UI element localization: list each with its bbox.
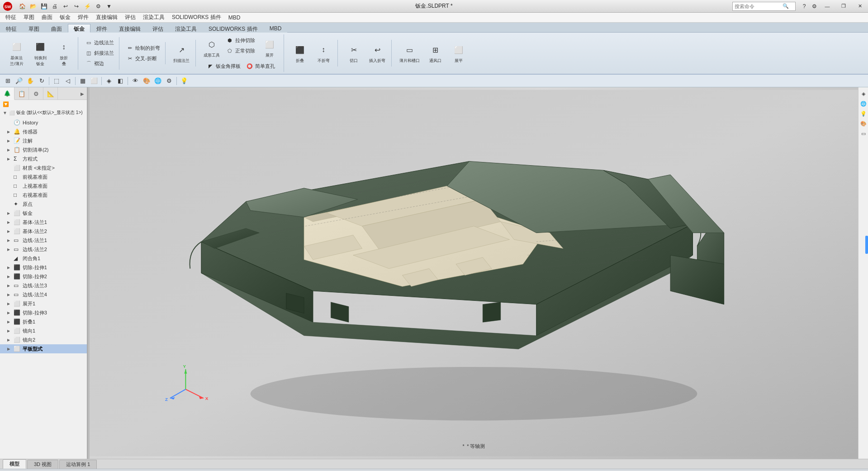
tree-item-mirror2[interactable]: ▶ ⬜ 镜向2 <box>0 335 87 344</box>
btn-stretch-cut[interactable]: ⬢ 拉伸切除 <box>224 35 257 45</box>
tab-3dview[interactable]: 3D 视图 <box>27 460 58 469</box>
menu-features[interactable]: 特征 <box>2 13 20 23</box>
undo-button[interactable]: ↩ <box>61 1 71 11</box>
menu-mbd[interactable]: MBD <box>225 13 244 23</box>
search-input[interactable] <box>733 4 783 9</box>
btn-flatten[interactable]: ⬜ 展平 <box>447 41 470 66</box>
open-button[interactable]: 📂 <box>28 1 38 11</box>
btn-edge-flange[interactable]: ▭ 边线法兰 <box>83 38 116 48</box>
tab-sheetmetal[interactable]: 钣金 <box>68 24 90 33</box>
tree-item-unfold1[interactable]: ▶ ⬜ 展开1 <box>0 299 87 308</box>
tree-item-cut-extrude3[interactable]: ▶ ⬛ 切除-拉伸3 <box>0 308 87 317</box>
tree-item-top-plane[interactable]: □ 上视基准面 <box>0 181 87 190</box>
tree-item-sensors[interactable]: ▶ 🔔 传感器 <box>0 127 87 136</box>
section-view-btn[interactable]: ◈ <box>104 76 114 86</box>
rotate-btn[interactable]: ↻ <box>37 76 47 86</box>
btn-tab-slot[interactable]: ▭ 薄片和槽口 <box>396 41 423 66</box>
tab-model[interactable]: 模型 <box>3 459 26 469</box>
btn-scan-flange[interactable]: ↗ 扫描法兰 <box>170 41 193 66</box>
btn-base-flange[interactable]: ⬜ 基体法兰/薄片 <box>5 38 28 69</box>
options-button[interactable]: ⚙ <box>93 1 103 11</box>
tab-property-manager[interactable]: 📋 <box>14 87 29 100</box>
mini-appearance-btn[interactable]: ◈ <box>859 89 868 98</box>
tree-item-close-corner[interactable]: ◢ 闭合角1 <box>0 254 87 263</box>
menu-addins[interactable]: SOLIDWORKS 插件 <box>168 13 225 23</box>
tree-item-mirror1[interactable]: ▶ ⬜ 镜向1 <box>0 326 87 335</box>
minimize-button[interactable]: — <box>819 0 835 13</box>
panel-drag-handle[interactable] <box>865 236 868 254</box>
tab-mbd[interactable]: MBD <box>264 24 288 33</box>
btn-cross-break[interactable]: ✂ 交叉-折断 <box>124 53 162 63</box>
restore-button[interactable]: ❐ <box>835 0 852 13</box>
search-box[interactable]: 🔍 <box>732 2 796 11</box>
btn-normal-cut[interactable]: ⬠ 正常切除 <box>224 46 257 56</box>
btn-miter-flange[interactable]: ◫ 斜接法兰 <box>83 48 116 58</box>
menu-evaluate[interactable]: 评估 <box>121 13 139 23</box>
zoom-fit-btn[interactable]: ⊞ <box>3 76 13 86</box>
view-set-btn[interactable]: ⚙ <box>164 76 174 86</box>
tree-item-cut-extrude1[interactable]: ▶ ⬛ 切除-拉伸1 <box>0 263 87 272</box>
new-button[interactable]: 🏠 <box>17 1 27 11</box>
tab-addins[interactable]: SOLIDWORKS 插件 <box>203 24 264 33</box>
btn-no-bend[interactable]: ↕ 不折弯 <box>312 41 335 66</box>
btn-sketched-bend[interactable]: ✏ 绘制的折弯 <box>124 43 162 53</box>
zoom-box-btn[interactable]: ⬚ <box>52 76 62 86</box>
tree-item-edge-flange1[interactable]: ▶ ▭ 边线-法兰1 <box>0 236 87 245</box>
tab-sketch[interactable]: 草图 <box>23 24 45 33</box>
tree-item-base-flange2[interactable]: ▶ ⬜ 基体-法兰2 <box>0 227 87 236</box>
viewport[interactable]: X Y Z * * 等轴测 <box>90 87 858 459</box>
mini-display-btn[interactable]: ▭ <box>859 129 868 138</box>
tree-item-sheetmetal[interactable]: ▶ ⬜ 钣金 <box>0 209 87 218</box>
help2-button[interactable]: ⚙ <box>809 1 819 11</box>
tab-motion[interactable]: 运动算例 1 <box>59 460 97 469</box>
help-button[interactable]: ? <box>799 1 809 11</box>
tab-directedit[interactable]: 直接编辑 <box>113 24 147 33</box>
tree-item-fold1[interactable]: ▶ ⬛ 折叠1 <box>0 317 87 326</box>
tree-item-edge-flange2[interactable]: ▶ ▭ 边线-法兰2 <box>0 245 87 254</box>
menu-render[interactable]: 渲染工具 <box>139 13 168 23</box>
tree-item-base-flange1[interactable]: ▶ ⬜ 基体-法兰1 <box>0 218 87 227</box>
tab-config-manager[interactable]: ⚙ <box>29 87 43 100</box>
tab-feature-tree[interactable]: 🌲 <box>0 87 14 100</box>
close-button[interactable]: ✕ <box>852 0 868 13</box>
menu-sketch[interactable]: 草图 <box>20 13 38 23</box>
menu-directedit[interactable]: 直接编辑 <box>92 13 121 23</box>
rebuild-button[interactable]: ⚡ <box>82 1 92 11</box>
menu-surface[interactable]: 曲面 <box>38 13 56 23</box>
btn-fold[interactable]: ⬛ 折叠 <box>289 41 311 66</box>
tree-item-annotations[interactable]: ▶ 📝 注解 <box>0 136 87 145</box>
display-style-btn[interactable]: ◧ <box>115 76 125 86</box>
appear-btn[interactable]: 🎨 <box>142 76 152 86</box>
menu-weldment[interactable]: 焊件 <box>74 13 92 23</box>
btn-form-tool[interactable]: ⬡ 成形工具 <box>200 35 223 60</box>
panel-expand-btn[interactable]: ▶ <box>78 87 87 100</box>
tree-item-cutlist[interactable]: ▶ 📋 切割清单(2) <box>0 145 87 154</box>
tab-features[interactable]: 特征 <box>0 24 23 33</box>
btn-gusset[interactable]: ◤ 钣金角撑板 <box>204 61 243 71</box>
view-orient-btn[interactable]: ▦ <box>78 76 88 86</box>
tab-evaluate[interactable]: 评估 <box>147 24 169 33</box>
scene-btn[interactable]: 🌐 <box>153 76 163 86</box>
btn-hem[interactable]: ⌒ 褶边 <box>83 59 116 69</box>
mini-color-btn[interactable]: 🎨 <box>859 119 868 128</box>
customize-button[interactable]: ▼ <box>104 1 114 11</box>
tree-item-right-plane[interactable]: □ 右视基准面 <box>0 190 87 200</box>
tree-item-equations[interactable]: ▶ Σ 方程式 <box>0 154 87 163</box>
tree-item-origin[interactable]: ✦ 原点 <box>0 200 87 209</box>
standard-views-btn[interactable]: ⬜ <box>89 76 99 86</box>
redo-button[interactable]: ↪ <box>71 1 81 11</box>
btn-cut[interactable]: ✂ 切口 <box>342 41 365 66</box>
tree-item-edge-flange3[interactable]: ▶ ▭ 边线-法兰3 <box>0 281 87 290</box>
tree-item-cut-extrude2[interactable]: ▶ ⬛ 切除-拉伸2 <box>0 272 87 281</box>
hide-show-btn[interactable]: 👁 <box>130 76 140 86</box>
prev-view-btn[interactable]: ◁ <box>63 76 73 86</box>
tree-item-front-plane[interactable]: □ 前视基准面 <box>0 172 87 181</box>
pan-btn[interactable]: ✋ <box>25 76 35 86</box>
btn-vent[interactable]: ⊞ 通风口 <box>424 41 446 66</box>
btn-convert-metal[interactable]: ⬛ 转换到钣金 <box>29 38 52 69</box>
tab-dimxpert[interactable]: 📐 <box>43 87 58 100</box>
tree-item-history[interactable]: 🕐 History <box>0 118 87 127</box>
btn-insert-bend[interactable]: ↩ 插入折弯 <box>366 41 389 66</box>
print-button[interactable]: 🖨 <box>50 1 60 11</box>
btn-unfold2[interactable]: ⬜ 展开 <box>258 35 281 60</box>
